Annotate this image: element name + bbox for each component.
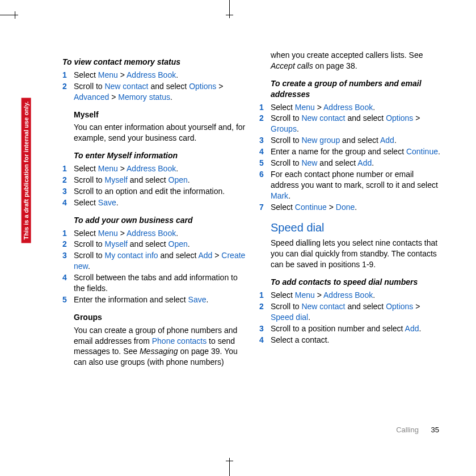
step: Select a contact. bbox=[259, 335, 443, 346]
column-left: To view contact memory status Select Men… bbox=[62, 50, 246, 370]
page-footer: Calling 35 bbox=[396, 425, 439, 435]
heading-add-business-card: To add your own business card bbox=[62, 215, 246, 226]
steps-business-card: Select Menu > Address Book. Scroll to My… bbox=[62, 228, 246, 305]
step: Scroll to New group and select Add. bbox=[259, 135, 443, 146]
footer-page-number: 35 bbox=[431, 426, 439, 434]
page-content: To view contact memory status Select Men… bbox=[62, 50, 443, 370]
steps-speed-dial: Select Menu > Address Book. Scroll to Ne… bbox=[259, 290, 443, 345]
step: Scroll to a position number and select A… bbox=[259, 323, 443, 334]
steps-create-group: Select Menu > Address Book. Scroll to Ne… bbox=[259, 102, 443, 213]
step: Scroll to Myself and select Open. bbox=[62, 175, 246, 186]
step: Select Menu > Address Book. bbox=[62, 228, 246, 239]
heading-add-speed-dial: To add contacts to speed dial numbers bbox=[259, 277, 443, 288]
heading-groups: Groups bbox=[62, 312, 246, 323]
step: Select Menu > Address Book. bbox=[62, 163, 246, 174]
step: Select Menu > Address Book. bbox=[259, 290, 443, 301]
step: Scroll to Myself and select Open. bbox=[62, 239, 246, 250]
heading-speed-dial: Speed dial bbox=[259, 220, 443, 235]
step: Select Continue > Done. bbox=[259, 202, 443, 213]
heading-enter-myself: To enter Myself information bbox=[62, 150, 246, 161]
step: Scroll to New contact and select Options… bbox=[259, 113, 443, 134]
step: Scroll to My contact info and select Add… bbox=[62, 250, 246, 272]
step: Scroll to New contact and select Options… bbox=[259, 301, 443, 323]
paragraph-myself: You can enter information about yourself… bbox=[62, 122, 246, 144]
step: Enter a name for the group and select Co… bbox=[259, 146, 443, 157]
step: Scroll to an option and edit the informa… bbox=[62, 186, 246, 197]
step: Select Menu > Address Book. bbox=[62, 70, 246, 81]
step: Select Save. bbox=[62, 197, 246, 208]
draft-watermark: This is a draft publication for internal… bbox=[22, 98, 31, 243]
steps-view-memory: Select Menu > Address Book. Scroll to Ne… bbox=[62, 70, 246, 103]
column-right: when you create accepted callers lists. … bbox=[259, 50, 443, 370]
paragraph-cont: when you create accepted callers lists. … bbox=[259, 50, 443, 71]
step: Enter the information and select Save. bbox=[62, 294, 246, 305]
heading-create-group: To create a group of numbers and email a… bbox=[259, 78, 443, 100]
step: Select Menu > Address Book. bbox=[259, 102, 443, 113]
paragraph-speed-dial: Speed dialling lets you select nine cont… bbox=[259, 238, 443, 270]
footer-section: Calling bbox=[396, 426, 419, 434]
heading-myself: Myself bbox=[62, 109, 246, 120]
step: Scroll to New contact and select Options… bbox=[62, 81, 246, 103]
steps-enter-myself: Select Menu > Address Book. Scroll to My… bbox=[62, 163, 246, 208]
step: Scroll to New and select Add. bbox=[259, 158, 443, 169]
step: Scroll between the tabs and add informat… bbox=[62, 272, 246, 294]
paragraph-groups: You can create a group of phone numbers … bbox=[62, 325, 246, 368]
step: For each contact phone number or email a… bbox=[259, 169, 443, 201]
heading-view-memory-status: To view contact memory status bbox=[62, 57, 246, 68]
